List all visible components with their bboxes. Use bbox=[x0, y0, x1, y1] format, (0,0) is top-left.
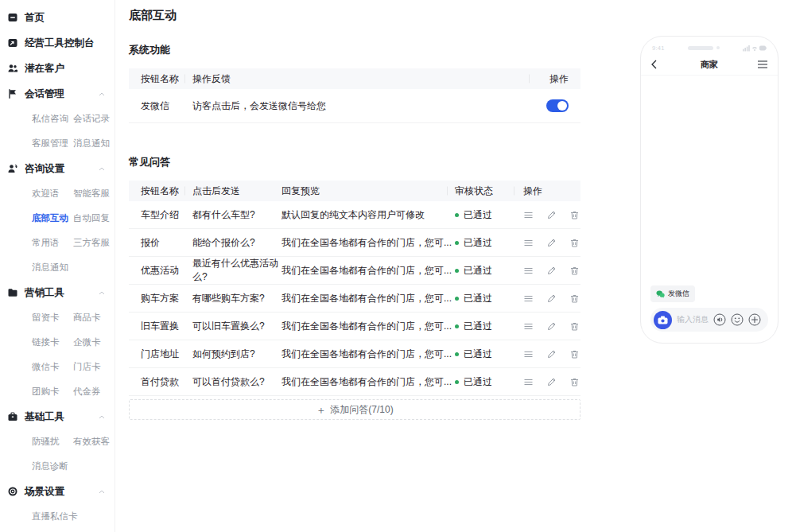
sidebar-item-scene-settings[interactable]: 场景设置 bbox=[0, 479, 115, 504]
chevron-up-icon[interactable] bbox=[99, 92, 105, 96]
delete-icon[interactable] bbox=[569, 293, 580, 304]
sidebar-item-leads[interactable]: 潜在客户 bbox=[0, 56, 115, 81]
home-icon bbox=[7, 12, 18, 23]
sidebar-item-store-card[interactable]: 门店卡 bbox=[73, 355, 115, 379]
drag-handle-icon[interactable] bbox=[523, 293, 534, 304]
faq-name: 购车方案 bbox=[141, 292, 192, 305]
sidebar-item-marketing-tools[interactable]: 营销工具 bbox=[0, 280, 115, 305]
faq-row: 车型介绍 都有什么车型? 默认回复的纯文本内容用户可修改 已通过 bbox=[129, 201, 580, 229]
phone-status-icons bbox=[743, 41, 767, 55]
sidebar-item-auto-reply[interactable]: 自动回复 bbox=[73, 206, 115, 231]
delete-icon[interactable] bbox=[569, 266, 580, 276]
delete-icon[interactable] bbox=[569, 377, 580, 387]
faq-name: 报价 bbox=[141, 236, 192, 250]
edit-icon[interactable] bbox=[546, 321, 557, 332]
sidebar-item-link-card[interactable]: 链接卡 bbox=[32, 330, 73, 355]
edit-icon[interactable] bbox=[546, 266, 557, 276]
emoji-icon[interactable] bbox=[731, 313, 744, 326]
chevron-up-icon[interactable] bbox=[99, 415, 105, 419]
drag-handle-icon[interactable] bbox=[523, 349, 534, 359]
sidebar: 首页 经营工具控制台 潜在客户 会话管理 私信咨询 会话记录 客服管理 消息通知… bbox=[0, 0, 115, 532]
status-dot bbox=[455, 297, 459, 301]
drag-handle-icon[interactable] bbox=[523, 377, 534, 387]
sidebar-item-anti-harass[interactable]: 防骚扰 bbox=[32, 429, 73, 454]
faq-row: 门店地址 如何预约到店? 我们在全国各地都有合作的门店，您可... 已通过 bbox=[129, 340, 580, 368]
edit-icon[interactable] bbox=[546, 210, 557, 220]
chevron-up-icon[interactable] bbox=[99, 291, 105, 295]
status-dot bbox=[455, 213, 459, 217]
sidebar-item-acquisition[interactable]: 有效获客 bbox=[73, 429, 115, 454]
voice-icon[interactable] bbox=[713, 313, 726, 326]
wechat-quick-chip[interactable]: 发微信 bbox=[650, 285, 695, 302]
faq-preview: 我们在全国各地都有合作的门店，您可... bbox=[282, 375, 455, 389]
edit-icon[interactable] bbox=[546, 377, 557, 387]
chevron-up-icon[interactable] bbox=[99, 167, 105, 171]
sidebar-item-basic-tools[interactable]: 基础工具 bbox=[0, 404, 115, 429]
sidebar-item-bottom-interaction[interactable]: 底部互动 bbox=[32, 206, 73, 231]
users-icon bbox=[7, 63, 18, 74]
sidebar-children-marketing: 留资卡 商品卡 链接卡 企微卡 微信卡 门店卡 团购卡 代金券 bbox=[0, 305, 115, 404]
drag-handle-icon[interactable] bbox=[523, 238, 534, 248]
target-icon bbox=[7, 486, 18, 497]
faq-name: 首付贷款 bbox=[141, 375, 192, 389]
add-faq-button[interactable]: ＋ 添加问答(7/10) bbox=[129, 399, 580, 420]
faq-preview: 我们在全国各地都有合作的门店，您可... bbox=[282, 264, 455, 278]
phone-status-bar: 9:41 bbox=[641, 44, 778, 52]
status-text: 已通过 bbox=[464, 348, 492, 361]
sidebar-children-scene: 直播私信卡 bbox=[0, 504, 115, 529]
sidebar-item-label: 场景设置 bbox=[25, 485, 92, 499]
sidebar-item-service-mgmt[interactable]: 客服管理 bbox=[32, 131, 73, 156]
faq-question: 可以旧车置换么? bbox=[192, 320, 282, 333]
status-dot bbox=[455, 380, 459, 384]
phone-chat-body bbox=[641, 76, 778, 285]
sidebar-item-common-phrases[interactable]: 常用语 bbox=[32, 231, 73, 255]
sidebar-item-lead-card[interactable]: 留资卡 bbox=[32, 305, 73, 330]
message-input[interactable]: 输入消息 bbox=[677, 314, 709, 325]
chevron-up-icon[interactable] bbox=[99, 490, 105, 494]
sidebar-item-third-party[interactable]: 三方客服 bbox=[73, 231, 115, 255]
delete-icon[interactable] bbox=[569, 349, 580, 359]
sidebar-item-product-card[interactable]: 商品卡 bbox=[73, 305, 115, 330]
drag-handle-icon[interactable] bbox=[523, 210, 534, 220]
sidebar-item-session-record[interactable]: 会话记录 bbox=[73, 107, 115, 131]
sidebar-item-msg-diagnose[interactable]: 消息诊断 bbox=[32, 454, 73, 479]
faq-row: 报价 能给个报价么? 我们在全国各地都有合作的门店，您可... 已通过 bbox=[129, 229, 580, 257]
status-dot bbox=[455, 324, 459, 328]
status-text: 已通过 bbox=[464, 292, 492, 305]
sidebar-item-welcome[interactable]: 欢迎语 bbox=[32, 181, 73, 206]
sidebar-item-console[interactable]: 经营工具控制台 bbox=[0, 30, 115, 56]
edit-icon[interactable] bbox=[546, 293, 557, 304]
delete-icon[interactable] bbox=[569, 238, 580, 248]
sidebar-item-voucher[interactable]: 代金券 bbox=[73, 379, 115, 404]
sidebar-item-wecom-card[interactable]: 企微卡 bbox=[73, 330, 115, 355]
sidebar-item-home[interactable]: 首页 bbox=[0, 5, 115, 30]
wechat-toggle[interactable] bbox=[546, 99, 569, 112]
plus-icon[interactable] bbox=[748, 313, 761, 326]
sidebar-item-wechat-card[interactable]: 微信卡 bbox=[32, 355, 73, 379]
faq-preview: 我们在全国各地都有合作的门店，您可... bbox=[282, 292, 455, 305]
sidebar-item-private-consult[interactable]: 私信咨询 bbox=[32, 107, 73, 131]
sidebar-item-consult-settings[interactable]: 咨询设置 bbox=[0, 156, 115, 181]
sidebar-item-group-card[interactable]: 团购卡 bbox=[32, 379, 73, 404]
edit-icon[interactable] bbox=[546, 349, 557, 359]
status-text: 已通过 bbox=[464, 320, 492, 333]
drag-handle-icon[interactable] bbox=[523, 321, 534, 332]
back-icon[interactable] bbox=[651, 60, 657, 69]
sidebar-item-msg-notify[interactable]: 消息通知 bbox=[73, 131, 115, 156]
camera-button[interactable] bbox=[654, 311, 672, 329]
sidebar-item-smart-service[interactable]: 智能客服 bbox=[73, 181, 115, 206]
sidebar-item-label: 潜在客户 bbox=[25, 62, 107, 76]
drag-handle-icon[interactable] bbox=[523, 266, 534, 276]
sidebar-item-live-card[interactable]: 直播私信卡 bbox=[32, 504, 73, 529]
edit-icon[interactable] bbox=[546, 238, 557, 248]
faq-question: 如何预约到店? bbox=[192, 348, 282, 361]
sidebar-item-msg-notify2[interactable]: 消息通知 bbox=[32, 255, 73, 280]
hamburger-menu-icon[interactable] bbox=[758, 59, 767, 71]
sidebar-item-label: 营销工具 bbox=[25, 286, 92, 300]
delete-icon[interactable] bbox=[569, 321, 580, 332]
col-preview: 回复预览 bbox=[282, 184, 455, 198]
main-content: 底部互动 系统功能 按钮名称 操作反馈 操作 发微信 访客点击后，会发送微信号给… bbox=[116, 0, 580, 420]
sidebar-item-session-mgmt[interactable]: 会话管理 bbox=[0, 81, 115, 107]
faq-name: 优惠活动 bbox=[141, 264, 192, 278]
delete-icon[interactable] bbox=[569, 210, 580, 220]
